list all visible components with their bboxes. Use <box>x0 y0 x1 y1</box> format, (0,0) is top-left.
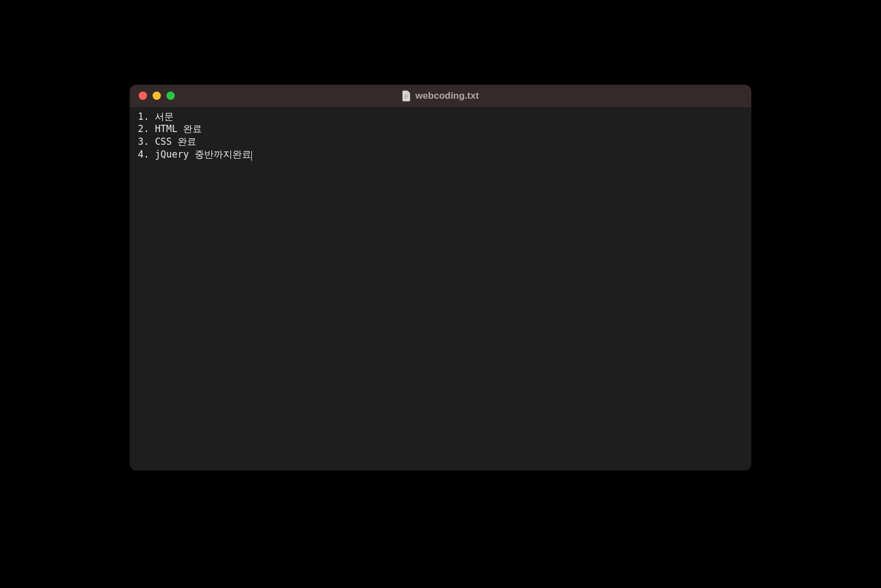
editor-line[interactable]: 1. 서문 <box>133 110 746 123</box>
line-text: CSS 완료 <box>149 136 196 147</box>
text-editor-window: webcoding.txt 1. 서문2. HTML 완료3. CSS 완료4.… <box>130 85 751 470</box>
line-number: 2. <box>133 123 149 135</box>
line-text: HTML 완료 <box>149 123 202 134</box>
titlebar[interactable]: webcoding.txt <box>130 85 751 107</box>
title-wrap: webcoding.txt <box>130 90 751 102</box>
line-number: 1. <box>133 110 149 123</box>
editor-line[interactable]: 3. CSS 완료 <box>133 135 746 148</box>
traffic-lights <box>130 92 175 100</box>
window-title: webcoding.txt <box>416 90 479 102</box>
editor-line[interactable]: 4. jQuery 중반까지완료 <box>133 148 746 161</box>
document-icon <box>402 90 411 102</box>
editor-content[interactable]: 1. 서문2. HTML 완료3. CSS 완료4. jQuery 중반까지완료 <box>130 107 751 470</box>
minimize-button[interactable] <box>153 92 161 100</box>
editor-line[interactable]: 2. HTML 완료 <box>133 123 746 135</box>
line-text: jQuery 중반까지완료 <box>149 149 251 160</box>
close-button[interactable] <box>139 92 147 100</box>
line-number: 4. <box>133 148 149 161</box>
text-cursor <box>251 151 252 161</box>
line-text: 서문 <box>149 111 174 122</box>
maximize-button[interactable] <box>166 92 175 100</box>
line-number: 3. <box>133 135 149 148</box>
